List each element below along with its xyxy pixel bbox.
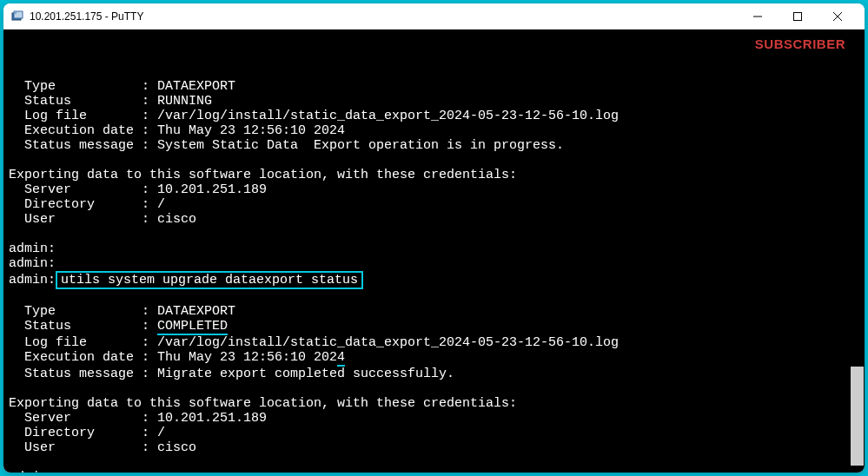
prompt: admin: [9, 241, 56, 256]
prompt: admin: [9, 470, 56, 473]
maximize-button[interactable] [778, 3, 818, 30]
line: Directory : / [9, 426, 165, 440]
line: Directory : / [9, 197, 165, 212]
blank-line [9, 289, 17, 304]
line: Log file : /var/log/install/static_data_… [9, 109, 619, 123]
line: Exporting data to this software location… [9, 168, 517, 182]
window-title: 10.201.251.175 - PuTTY [30, 10, 143, 23]
scrollbar-thumb[interactable] [851, 367, 864, 466]
svg-rect-4 [794, 12, 802, 20]
exec-underline: 4 [337, 350, 345, 367]
putty-icon [10, 10, 24, 23]
close-button[interactable] [818, 3, 858, 30]
line: Log file : /var/log/install/static_data_… [9, 335, 619, 350]
line: Server : 10.201.251.189 [9, 182, 267, 197]
terminal-area[interactable]: SUBSCRIBER Type : DATAEXPORT Status : RU… [3, 30, 865, 473]
blank-line [9, 455, 17, 470]
line: User : cisco [9, 440, 196, 455]
minimize-button[interactable] [738, 3, 778, 30]
line: Server : 10.201.251.189 [9, 411, 267, 426]
line: Status message : Migrate export complete… [9, 367, 454, 381]
command-highlight: utils system upgrade dataexport status [56, 271, 363, 289]
line: Type : DATAEXPORT [9, 304, 235, 319]
line: User : cisco [9, 212, 196, 227]
line: Type : DATAEXPORT [9, 79, 235, 94]
watermark-label: SUBSCRIBER [755, 36, 845, 51]
blank-line [9, 227, 17, 241]
line: Status message : System Static Data Expo… [9, 138, 564, 153]
putty-window: 10.201.251.175 - PuTTY SUBSCRIBER Type :… [3, 3, 865, 473]
line: Execution date : Thu May 23 12:56:10 202… [9, 350, 345, 365]
line: Status : RUNNING [9, 94, 212, 109]
svg-rect-1 [14, 11, 23, 18]
window-controls [738, 3, 858, 30]
blank-line [9, 153, 17, 168]
line: Status : COMPLETED [9, 319, 228, 334]
line: Exporting data to this software location… [9, 396, 517, 411]
blank-line [9, 381, 17, 396]
line: Execution date : Thu May 23 12:56:10 202… [9, 123, 345, 138]
titlebar[interactable]: 10.201.251.175 - PuTTY [3, 3, 865, 30]
status-underline: COMPLETED [157, 319, 228, 335]
prompt-with-cmd: admin:utils system upgrade dataexport st… [9, 273, 363, 288]
prompt: admin: [9, 256, 56, 271]
